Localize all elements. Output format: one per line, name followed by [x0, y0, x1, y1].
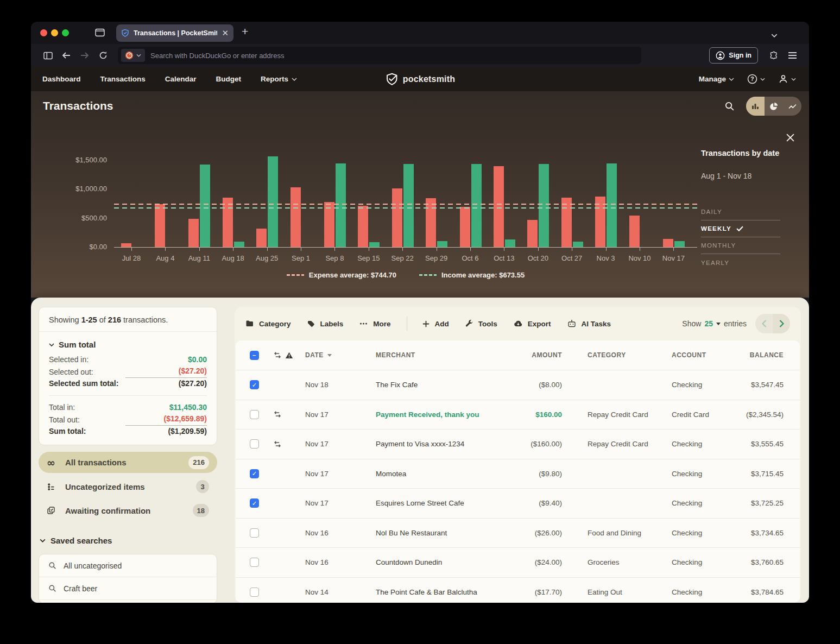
ai-tasks-button[interactable]: AI Tasks [567, 319, 611, 328]
row-checkbox[interactable] [250, 558, 259, 567]
expense-bar[interactable] [121, 243, 131, 247]
column-header-merchant[interactable]: MERCHANT [376, 351, 496, 359]
help-menu[interactable]: ? [747, 74, 765, 84]
table-row[interactable]: ✓Nov 18The Fix Cafe($8.00)Checking$3,547… [236, 370, 800, 400]
expense-bar[interactable] [629, 216, 640, 247]
expense-bar[interactable] [256, 229, 267, 247]
column-header-date[interactable]: DATE [305, 351, 376, 359]
new-tab-button[interactable]: + [242, 25, 248, 38]
nav-manage[interactable]: Manage [699, 75, 734, 83]
expense-bar[interactable] [392, 188, 402, 247]
nav-item-budget[interactable]: Budget [216, 75, 242, 83]
expense-bar[interactable] [324, 202, 334, 247]
nav-item-reports[interactable]: Reports [261, 75, 297, 83]
table-row[interactable]: Nov 16Countdown Dunedin($24.00)Groceries… [236, 547, 800, 577]
row-checkbox[interactable] [250, 528, 259, 538]
income-bar[interactable] [268, 156, 278, 247]
sidebar-toggle-icon[interactable] [39, 47, 57, 64]
granularity-weekly[interactable]: WEEKLY [701, 220, 780, 237]
export-button[interactable]: Export [513, 320, 551, 328]
expense-bar[interactable] [527, 220, 538, 247]
income-bar[interactable] [471, 164, 482, 247]
table-row[interactable]: Nov 14The Point Cafe & Bar Balclutha($17… [236, 577, 800, 603]
nav-item-transactions[interactable]: Transactions [100, 75, 146, 83]
show-entries-control[interactable]: Show 25 entries [682, 319, 747, 328]
firefox-view-icon[interactable] [95, 28, 105, 39]
sign-in-button[interactable]: Sign in [709, 47, 758, 64]
sidebar-item-awaiting-confirmation[interactable]: Awaiting confirmation18 [39, 500, 217, 521]
column-header-category[interactable]: CATEGORY [588, 351, 672, 359]
close-icon[interactable] [786, 133, 795, 144]
saved-search-craft-beer[interactable]: Craft beer [39, 577, 217, 600]
nav-item-calendar[interactable]: Calendar [165, 75, 197, 83]
income-bar[interactable] [674, 241, 685, 247]
income-bar[interactable] [234, 242, 244, 247]
tab-close-icon[interactable]: ✕ [222, 28, 229, 38]
saved-searches-header[interactable]: Saved searches [40, 536, 112, 545]
forward-button[interactable] [75, 47, 94, 64]
row-checkbox[interactable]: ✓ [250, 380, 259, 389]
expense-bar[interactable] [223, 198, 233, 247]
zoom-window-button[interactable] [62, 29, 69, 36]
table-row[interactable]: Nov 16Nol Bu Ne Restaurant($26.00)Food a… [236, 518, 800, 548]
account-menu[interactable] [778, 74, 796, 84]
tools-button[interactable]: Tools [465, 319, 497, 328]
browser-tab[interactable]: Transactions | PocketSmith ✕ [116, 24, 233, 42]
search-engine-selector[interactable] [121, 49, 145, 62]
row-checkbox[interactable] [250, 410, 259, 419]
granularity-yearly[interactable]: YEARLY [701, 254, 780, 271]
income-bar[interactable] [505, 239, 515, 247]
row-checkbox[interactable] [250, 588, 259, 597]
menu-hamburger-icon[interactable] [783, 47, 801, 64]
expense-bar[interactable] [358, 206, 368, 247]
expense-bar[interactable] [290, 187, 301, 247]
close-window-button[interactable] [40, 29, 47, 36]
table-row[interactable]: ✓Nov 17Momotea($9.80)Checking$3,715.45 [236, 459, 800, 489]
extensions-puzzle-icon[interactable] [765, 47, 783, 64]
row-checkbox[interactable] [250, 439, 259, 449]
row-checkbox[interactable]: ✓ [250, 498, 259, 508]
sidebar-item-uncategorized-items[interactable]: Uncategorized items3 [39, 476, 217, 497]
income-bar[interactable] [200, 165, 210, 247]
bar-chart-toggle[interactable] [746, 97, 765, 116]
next-page-button[interactable] [773, 314, 790, 333]
granularity-monthly[interactable]: MONTHLY [701, 237, 780, 254]
tab-list-chevron-icon[interactable] [771, 30, 778, 40]
income-bar[interactable] [403, 164, 414, 247]
granularity-daily[interactable]: DAILY [701, 204, 780, 220]
income-bar[interactable] [573, 242, 583, 247]
nav-item-dashboard[interactable]: Dashboard [42, 75, 81, 83]
expense-bar[interactable] [426, 198, 436, 247]
table-row[interactable]: Nov 17Payment to Visa xxxx-1234($160.00)… [236, 429, 800, 459]
sidebar-item-all-transactions[interactable]: ∞All transactions216 [39, 452, 217, 473]
column-header-amount[interactable]: AMOUNT [496, 351, 562, 359]
reload-button[interactable] [94, 47, 112, 64]
income-bar[interactable] [539, 164, 549, 247]
more-button[interactable]: More [359, 319, 390, 328]
url-bar[interactable]: Search with DuckDuckGo or enter address [118, 47, 641, 64]
sum-total-header[interactable]: Sum total [49, 340, 207, 349]
expense-bar[interactable] [494, 166, 504, 247]
income-bar[interactable] [336, 163, 346, 247]
income-bar[interactable] [437, 241, 447, 247]
pocketsmith-logo[interactable]: pocketsmith [385, 73, 455, 86]
row-checkbox[interactable]: ✓ [250, 469, 259, 478]
minimize-window-button[interactable] [51, 29, 58, 36]
table-row[interactable]: Nov 17Payment Received, thank you$160.00… [236, 400, 800, 430]
expense-bar[interactable] [561, 198, 572, 247]
income-bar[interactable] [369, 242, 380, 247]
expense-bar[interactable] [188, 219, 199, 247]
category-button[interactable]: Category [245, 319, 291, 328]
expense-bar[interactable] [663, 239, 673, 247]
prev-page-button[interactable] [755, 314, 773, 333]
labels-button[interactable]: Labels [307, 319, 344, 328]
table-row[interactable]: ✓Nov 17Esquires Lorne Street Cafe($9.40)… [236, 488, 800, 518]
pie-chart-toggle[interactable] [765, 97, 783, 116]
column-header-balance[interactable]: BALANCE [737, 351, 784, 359]
search-icon[interactable] [724, 101, 735, 113]
add-button[interactable]: Add [422, 320, 449, 328]
select-all-checkbox[interactable]: – [250, 351, 259, 360]
income-bar[interactable] [607, 163, 617, 247]
expense-bar[interactable] [460, 207, 470, 247]
line-chart-toggle[interactable] [783, 97, 801, 116]
